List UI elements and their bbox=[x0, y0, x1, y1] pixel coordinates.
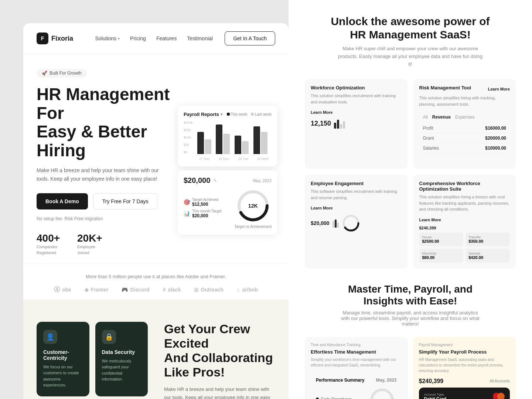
hero-description: Make HR a breeze and help your team shin… bbox=[37, 166, 162, 183]
hero-title: HR Management For Easy & Better Hiring bbox=[37, 85, 192, 160]
logo[interactable]: F Fixoria bbox=[37, 33, 73, 44]
nav-solutions[interactable]: Solutions ▾ bbox=[95, 35, 120, 41]
revenue-profit-row: Profit $16000.00 bbox=[423, 123, 507, 133]
target-content: 🎯 Target Achieved $12,500 📊 This month T… bbox=[184, 189, 272, 229]
target-card: $20,000 ✎ May, 2023 🎯 Target Achieved $1… bbox=[178, 170, 277, 235]
chart-container: $250k $50k $10k $2k $0 bbox=[184, 121, 272, 161]
nav-pricing[interactable]: Pricing bbox=[130, 35, 146, 41]
month-target-icon: 📊 bbox=[184, 211, 190, 216]
legend-early-departures: Early Departures bbox=[316, 397, 352, 399]
nav-links: Solutions ▾ Pricing Features Testimonial bbox=[95, 35, 213, 41]
navbar: F Fixoria Solutions ▾ Pricing Features T… bbox=[23, 23, 289, 54]
unlock-desc: Make HR super chill and empower your cre… bbox=[337, 45, 484, 68]
nav-testimonial[interactable]: Testimonial bbox=[187, 35, 213, 41]
features-right-title: Get Your Crew Excited And Collaborating … bbox=[164, 322, 275, 379]
engagement-gauge bbox=[342, 214, 360, 232]
time-management-card: Time and Attendance Tracking Effortless … bbox=[305, 337, 408, 399]
gauge-time: 65% Time management bbox=[369, 387, 397, 399]
bar-group-wed bbox=[253, 126, 270, 154]
gauge-section: 12K Target vs Achievement bbox=[234, 189, 272, 229]
nav-features[interactable]: Features bbox=[156, 35, 177, 41]
performance-summary-card: Performance Summary May, 2023 Early Depa… bbox=[311, 372, 402, 399]
logo-icon: F bbox=[37, 33, 48, 44]
risk-learn-more[interactable]: Learn More bbox=[488, 87, 510, 91]
expenses-grid: House $2500.00 Transfer $350.00 Electric… bbox=[419, 232, 510, 263]
debit-header: $240,399 All Accounts bbox=[419, 378, 510, 385]
perf-content: Early Departures Late Arrivals bbox=[316, 387, 397, 399]
last-week-legend: Last week bbox=[251, 112, 272, 116]
dash-legend: This week Last week bbox=[227, 112, 272, 116]
expenses-section: $240,399 House $2500.00 Transfer $350.00… bbox=[419, 226, 510, 263]
brand-outreach: ◎Outreach bbox=[194, 287, 223, 293]
chevron-down-icon: ▾ bbox=[118, 37, 120, 41]
bar-group-mon bbox=[216, 125, 232, 154]
revenue-tabs-row: All Revenue Expenses bbox=[423, 115, 507, 120]
bar-group-sun bbox=[197, 132, 214, 154]
brands-row: Ⓐobe ◈Framer 🎮Discord #slack ◎Outreach ⌂… bbox=[23, 286, 289, 294]
target-achieved-value: $12,500 bbox=[192, 202, 218, 207]
features-right: Get Your Crew Excited And Collaborating … bbox=[157, 322, 275, 399]
built-badge: 🚀 Built For Growth bbox=[37, 69, 87, 78]
unlock-features-grid: Workforce Optimization This solution sim… bbox=[305, 79, 516, 269]
feature-card-customer: 👤 Customer-Centricity We focus on our cu… bbox=[37, 322, 89, 396]
master-time-title: Master Time, Payroll, and Insights with … bbox=[305, 283, 516, 307]
perf-header: Performance Summary May, 2023 bbox=[316, 378, 397, 383]
chevron-down-icon: ▾ bbox=[221, 112, 222, 116]
engagement-learn-more[interactable]: Learn More bbox=[311, 206, 332, 210]
expense-electricity: Electricity $80.00 bbox=[419, 249, 464, 263]
target-achieved-label: Target Achieved bbox=[192, 198, 218, 202]
customer-icon: 👤 bbox=[43, 330, 57, 344]
feature-card-security: 🔒 Data Security We meticulously safeguar… bbox=[95, 322, 148, 396]
unlock-section: Unlock the awesome power of HR Managemen… bbox=[305, 15, 516, 269]
chart-x-labels: 17 Sun 18 Mon 19 Tue 20 Wed bbox=[196, 157, 272, 161]
master-time-section: Master Time, Payroll, and Insights with … bbox=[305, 283, 516, 399]
left-panel: F Fixoria Solutions ▾ Pricing Features T… bbox=[23, 23, 289, 399]
total-balance: $240,399 bbox=[419, 226, 510, 230]
rocket-icon: 🚀 bbox=[42, 71, 47, 76]
brand-framer: ◈Framer bbox=[85, 287, 108, 293]
gauge-time-center: 65% bbox=[378, 397, 386, 399]
payroll-grid: Time and Attendance Tracking Effortless … bbox=[305, 337, 516, 399]
month-target-label: This month Target bbox=[192, 209, 222, 213]
get-in-touch-button[interactable]: Get In A Touch bbox=[225, 31, 275, 45]
comprehensive-learn-more[interactable]: Learn More bbox=[419, 218, 441, 222]
dash-title: Payroll Reports ▾ bbox=[184, 112, 222, 117]
outreach-icon: ◎ bbox=[194, 287, 198, 293]
month-target-value: $20,000 bbox=[192, 213, 222, 218]
payroll-process-card: Payroll Management Simplify Your Payroll… bbox=[413, 337, 516, 399]
risk-management-card: Risk Management Tool Learn More This sol… bbox=[413, 79, 516, 169]
edit-icon[interactable]: ✎ bbox=[213, 178, 217, 183]
job-applicants-row: 12,150 bbox=[311, 118, 402, 129]
payroll-reports-card: Payroll Reports ▾ This week Last week $2… bbox=[178, 106, 277, 167]
expense-house: House $2500.00 bbox=[419, 232, 464, 246]
workforce-card: Workforce Optimization This solution sim… bbox=[305, 79, 407, 169]
expense-transfer: Transfer $350.00 bbox=[466, 232, 510, 246]
brand-airbnb: ⌂airbnb bbox=[237, 287, 258, 293]
chart-bars bbox=[196, 121, 272, 154]
workforce-learn-more[interactable]: Learn More bbox=[311, 110, 332, 115]
logo-text: Fixoria bbox=[51, 35, 73, 42]
book-demo-button[interactable]: Book A Demo bbox=[37, 193, 88, 209]
month-target-row: 📊 This month Target $20,000 bbox=[184, 209, 222, 218]
bar-group-tue bbox=[235, 136, 251, 154]
debit-card: Account Type Debit Card **** **** **** 2… bbox=[419, 388, 510, 399]
comprehensive-card: Comprehensive Workforce Optimization Sui… bbox=[413, 175, 516, 269]
revenue-salaries-row: Salaries $10000.00 bbox=[423, 143, 507, 153]
brand-adobe: Ⓐobe bbox=[54, 286, 71, 294]
unlock-title: Unlock the awesome power of HR Managemen… bbox=[305, 15, 516, 41]
revenue-card: All Revenue Expenses Profit $16000.00 Gr… bbox=[419, 111, 510, 157]
stat-companies: 400+ Companies Registered bbox=[37, 232, 62, 256]
try-free-button[interactable]: Try Free For 7 Days bbox=[93, 193, 158, 209]
features-right-desc: Make HR a breeze and help your team shin… bbox=[164, 385, 275, 399]
stats-section: 400+ Companies Registered 20K+ Employee … bbox=[37, 232, 275, 256]
engagement-mini-chart: $20,000 bbox=[311, 214, 402, 232]
features-section: 👤 Customer-Centricity We focus on our cu… bbox=[23, 300, 289, 399]
brands-section: More than 5 million people use it at pla… bbox=[23, 263, 289, 300]
chart-y-labels: $250k $50k $10k $2k $0 bbox=[184, 121, 193, 154]
hero-section: 🚀 Built For Growth HR Management For Eas… bbox=[23, 54, 289, 256]
expense-savings: Savings $420.00 bbox=[466, 249, 510, 263]
discord-icon: 🎮 bbox=[122, 287, 128, 293]
framer-icon: ◈ bbox=[85, 287, 89, 293]
master-time-desc: Manage time, streamline payroll, and acc… bbox=[340, 310, 481, 327]
target-rows: 🎯 Target Achieved $12,500 📊 This month T… bbox=[184, 198, 222, 221]
